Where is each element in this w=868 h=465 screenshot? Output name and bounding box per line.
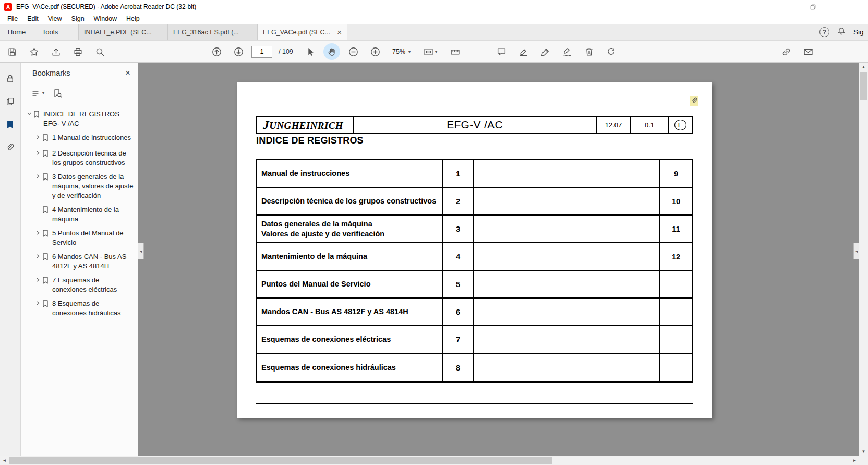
table-row: Esquemas de conexiones eléctricas 7	[257, 326, 692, 354]
page-number-input[interactable]	[251, 46, 272, 58]
chevron-right-icon[interactable]	[34, 135, 42, 140]
scroll-up-icon[interactable]: ▲	[859, 63, 868, 71]
doc-tab-inhalt[interactable]: INHALT_e.PDF (SEC...	[78, 24, 168, 40]
attachments-paperclip-icon[interactable]	[3, 140, 18, 154]
row-name: Mandos CAN - Bus AS 4812F y AS 4814H	[257, 299, 443, 325]
notifications-bell-icon[interactable]	[837, 27, 846, 38]
menu-help[interactable]: Help	[122, 15, 144, 23]
window-controls	[781, 0, 823, 14]
bookmark-item-8[interactable]: 8 Esquemas de conexiones hidráulicas	[34, 299, 135, 318]
chevron-right-icon[interactable]	[34, 230, 42, 235]
protection-lock-icon[interactable]	[3, 71, 18, 86]
rotate-refresh-icon[interactable]	[602, 43, 620, 60]
bookmark-item-2[interactable]: 2 Descripción técnica de los grupos cons…	[34, 149, 135, 168]
search-icon[interactable]	[91, 43, 108, 60]
document-viewport[interactable]: ◄ ◄ JUNGHEINRICH EFG-V /AC 12.07 0.1 E I…	[138, 63, 859, 456]
chevron-right-icon[interactable]	[34, 150, 42, 156]
bookmarks-panel-icon[interactable]	[3, 117, 18, 132]
scroll-down-icon[interactable]: ▼	[859, 447, 868, 456]
link-icon[interactable]	[777, 43, 795, 60]
row-spacer	[474, 188, 660, 214]
print-icon[interactable]	[69, 43, 87, 60]
minimize-button[interactable]	[781, 0, 802, 14]
row-name: Mantenimiento de la máquina	[257, 243, 443, 270]
scroll-right-icon[interactable]: ►	[850, 456, 859, 465]
bookmark-item-root[interactable]: INDICE DE REGISTROS EFG- V /AC	[25, 110, 135, 128]
main-toolbar: / 109 75% ▾ ▾	[0, 41, 868, 63]
chevron-right-icon[interactable]	[34, 254, 42, 259]
brand-logo: JUNGHEINRICH	[257, 117, 354, 133]
chevron-right-icon[interactable]	[34, 277, 42, 282]
restore-button[interactable]	[802, 0, 823, 14]
attachment-annotation-icon[interactable]	[690, 96, 698, 106]
menu-sign[interactable]: Sign	[67, 15, 89, 23]
language-badge: E	[674, 120, 686, 130]
bookmark-item-7[interactable]: 7 Esquemas de conexiones eléctricas	[34, 276, 135, 294]
fit-width-dropdown-icon[interactable]: ▾	[419, 43, 442, 60]
row-number: 5	[443, 271, 474, 297]
menu-edit[interactable]: Edit	[22, 15, 43, 23]
chevron-right-icon[interactable]	[34, 174, 42, 179]
row-name: Esquemas de conexiones hidráulicas	[257, 354, 443, 381]
doc-tab-label: EFG_316ac ES.pdf (...	[173, 29, 239, 36]
menu-view[interactable]: View	[43, 15, 67, 23]
save-icon[interactable]	[3, 43, 21, 60]
bookmark-item-4[interactable]: 4 Mantenimiento de la máquina	[34, 205, 135, 224]
vertical-scrollbar-thumb[interactable]	[860, 72, 867, 100]
bookmark-item-3[interactable]: 3 Datos generales de la máquina, valores…	[34, 172, 135, 200]
tabbar-right-cluster: ? Sig	[819, 24, 868, 40]
horizontal-scrollbar[interactable]: ◄ ►	[0, 456, 859, 465]
vertical-scrollbar[interactable]: ▲ ▼	[859, 63, 868, 456]
chevron-down-icon[interactable]	[25, 111, 33, 116]
row-number: 7	[443, 326, 474, 353]
page-thumbnails-icon[interactable]	[3, 94, 18, 109]
doc-tab-efgvace-active[interactable]: EFG_VACe.pdf (SEC... ×	[258, 24, 347, 40]
share-upload-icon[interactable]	[47, 43, 65, 60]
caret-down-icon: ▾	[435, 50, 437, 54]
email-icon[interactable]	[799, 43, 817, 60]
zoom-in-icon[interactable]	[366, 43, 384, 60]
hand-tool-icon[interactable]	[323, 43, 340, 60]
row-number: 6	[443, 299, 474, 325]
tab-close-icon[interactable]: ×	[334, 28, 342, 37]
bookmark-icon	[33, 111, 41, 121]
expand-current-bookmark-icon[interactable]	[53, 89, 62, 98]
tab-home[interactable]: Home	[0, 24, 33, 40]
sign-in-button[interactable]: Sig	[853, 28, 868, 36]
bookmark-icon	[42, 134, 50, 144]
panel-close-icon[interactable]: ×	[125, 68, 130, 78]
fill-sign-pen-icon[interactable]	[536, 43, 554, 60]
star-icon[interactable]	[25, 43, 43, 60]
menu-file[interactable]: File	[3, 15, 22, 23]
chevron-right-icon[interactable]	[34, 301, 42, 306]
bookmark-item-1[interactable]: 1 Manual de instrucciones	[34, 133, 135, 144]
comment-icon[interactable]	[492, 43, 510, 60]
doc-tab-efg316[interactable]: EFG_316ac ES.pdf (...	[168, 24, 258, 40]
zoom-out-icon[interactable]	[344, 43, 362, 60]
expand-right-panel-handle[interactable]: ◄	[853, 243, 859, 259]
tab-tools[interactable]: Tools	[33, 24, 67, 40]
bookmark-label: INDICE DE REGISTROS EFG- V /AC	[43, 110, 119, 128]
previous-page-icon[interactable]	[208, 43, 225, 60]
measure-ruler-icon[interactable]	[446, 43, 464, 60]
bookmark-options-icon[interactable]: ▾	[31, 89, 44, 98]
collapse-left-panel-handle[interactable]: ◄	[138, 243, 144, 259]
document-tabs: INHALT_e.PDF (SEC... EFG_316ac ES.pdf (.…	[78, 24, 347, 40]
scroll-left-icon[interactable]: ◄	[0, 456, 9, 465]
delete-trash-icon[interactable]	[580, 43, 598, 60]
acrobat-app-icon: A	[4, 3, 12, 11]
left-navigation-strip	[0, 63, 21, 456]
bookmark-item-6[interactable]: 6 Mandos CAN - Bus AS 4812F y AS 4814H	[34, 252, 135, 271]
signature-icon[interactable]	[558, 43, 576, 60]
highlight-icon[interactable]	[514, 43, 532, 60]
horizontal-scrollbar-thumb[interactable]	[9, 457, 552, 464]
table-row: Puntos del Manual de Servicio 5	[257, 271, 692, 299]
menu-window[interactable]: Window	[89, 15, 122, 23]
table-row: Datos generales de la máquina Valores de…	[257, 216, 692, 243]
zoom-level-dropdown[interactable]: 75% ▾	[388, 45, 415, 58]
page-count-label: / 109	[279, 48, 293, 55]
help-icon[interactable]: ?	[819, 27, 829, 37]
next-page-icon[interactable]	[230, 43, 247, 60]
bookmark-item-5[interactable]: 5 Puntos del Manual de Servicio	[34, 229, 135, 247]
select-tool-icon[interactable]	[302, 43, 319, 60]
